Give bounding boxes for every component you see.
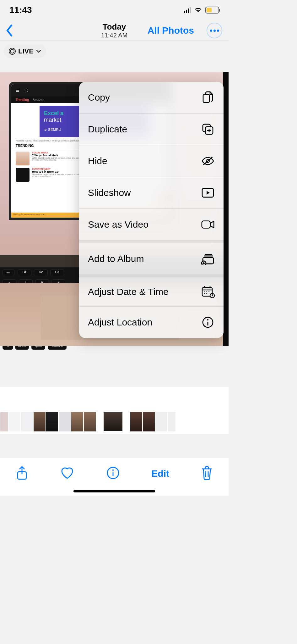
thumbnail[interactable] — [143, 412, 155, 432]
status-bar: 11:43 — [0, 0, 229, 20]
info-button[interactable] — [106, 466, 120, 481]
all-photos-button[interactable]: All Photos — [148, 25, 194, 36]
menu-save-video-label: Save as Video — [88, 219, 148, 230]
chevron-down-icon — [36, 50, 41, 53]
location-info-icon — [201, 315, 215, 329]
ellipsis-icon — [210, 30, 219, 32]
live-icon — [9, 48, 16, 55]
status-time: 11:43 — [9, 5, 32, 15]
thumbnail[interactable] — [155, 412, 168, 432]
play-icon — [201, 186, 215, 200]
nav-title-group: Today 11:42 AM — [101, 22, 128, 39]
thumbnail[interactable] — [84, 412, 96, 432]
duplicate-icon — [201, 122, 215, 136]
share-button[interactable] — [16, 465, 28, 482]
hide-icon — [201, 154, 215, 168]
svg-point-0 — [25, 89, 27, 91]
back-button[interactable] — [5, 25, 14, 36]
menu-copy-label: Copy — [88, 92, 110, 103]
album-add-icon — [201, 252, 215, 266]
live-badge[interactable]: LIVE — [4, 45, 46, 58]
menu-adjust-date-label: Adjust Date & Time — [88, 286, 169, 297]
menu-adjust-date[interactable]: Adjust Date & Time — [79, 275, 224, 307]
nav-subtitle: 11:42 AM — [101, 32, 128, 39]
live-label: LIVE — [18, 47, 34, 55]
menu-duplicate-label: Duplicate — [88, 124, 127, 135]
thumbnail[interactable] — [71, 412, 84, 432]
menu-hide-label: Hide — [88, 156, 107, 166]
svg-rect-6 — [202, 221, 210, 228]
cellular-icon — [184, 7, 191, 13]
menu-save-video[interactable]: Save as Video — [79, 209, 224, 241]
menu-add-album-label: Add to Album — [88, 253, 144, 264]
copy-icon — [201, 91, 215, 104]
thumbnail-strip[interactable] — [0, 412, 176, 432]
calendar-clock-icon — [201, 285, 215, 299]
thumbnail[interactable] — [168, 412, 176, 432]
menu-adjust-location-label: Adjust Location — [88, 317, 152, 328]
menu-copy[interactable]: Copy — [79, 82, 224, 114]
thumbnail[interactable] — [46, 412, 58, 432]
menu-add-album[interactable]: Add to Album — [79, 241, 224, 275]
thumbnail-current[interactable] — [103, 412, 123, 432]
svg-point-12 — [207, 319, 208, 320]
photo-viewer[interactable]: LIVE Trending Amazon Excel a market ➲ SE… — [0, 41, 229, 387]
svg-rect-1 — [203, 94, 209, 103]
thumbnail[interactable] — [21, 412, 33, 432]
thumbnail[interactable] — [58, 412, 71, 432]
menu-slideshow[interactable]: Slideshow — [79, 177, 224, 209]
status-icons — [184, 7, 219, 14]
battery-icon — [205, 7, 219, 14]
delete-button[interactable] — [201, 466, 213, 481]
thumbnail-strip-area — [0, 387, 229, 434]
svg-point-15 — [112, 469, 113, 471]
menu-hide[interactable]: Hide — [79, 145, 224, 177]
wifi-icon — [194, 7, 202, 13]
thumbnail[interactable] — [33, 412, 46, 432]
thumbnail[interactable] — [130, 412, 143, 432]
menu-slideshow-label: Slideshow — [88, 187, 131, 198]
nav-title: Today — [101, 22, 128, 32]
edit-button[interactable]: Edit — [151, 468, 169, 479]
home-indicator[interactable] — [73, 490, 155, 492]
menu-duplicate[interactable]: Duplicate — [79, 114, 224, 145]
video-icon — [201, 218, 215, 231]
next-photo-edge — [223, 72, 229, 346]
favorite-button[interactable] — [60, 466, 74, 481]
nav-bar: Today 11:42 AM All Photos — [0, 20, 229, 41]
more-button[interactable] — [207, 23, 222, 38]
context-menu: Copy Duplicate Hide Slideshow Save as Vi… — [79, 82, 224, 338]
thumbnail[interactable] — [8, 412, 21, 432]
thumbnail[interactable] — [0, 412, 8, 432]
menu-adjust-location[interactable]: Adjust Location — [79, 307, 224, 338]
